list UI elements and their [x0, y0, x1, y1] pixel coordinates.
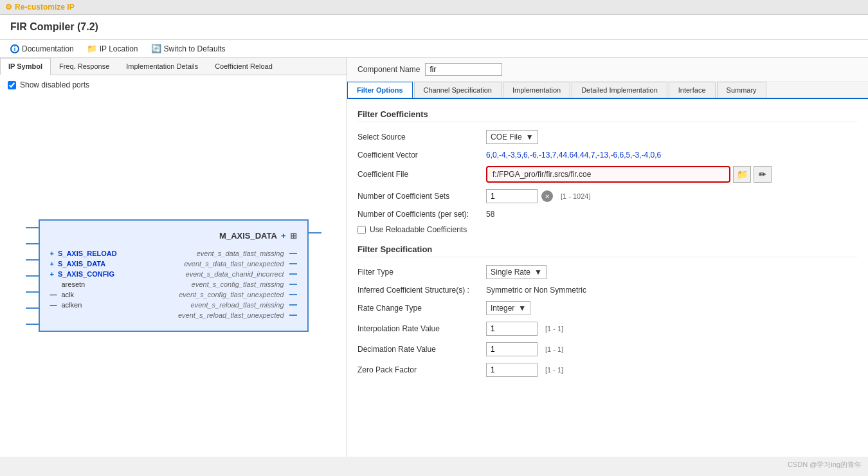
symbol-title: M_AXIS_DATA + ⊞ — [50, 231, 297, 241]
show-ports-row: Show disabled ports — [0, 75, 347, 95]
switch-to-defaults-button[interactable]: 🔄 Switch to Defaults — [151, 44, 226, 53]
filter-type-row: Filter Type Single Rate ▼ — [357, 265, 858, 279]
edit-file-button[interactable]: ✏ — [754, 166, 772, 183]
ip-location-label: IP Location — [100, 44, 138, 53]
num-coefficient-sets-control: ✕ [1 - 1024] — [486, 189, 590, 203]
rate-change-type-control: Integer ▼ — [486, 301, 530, 315]
tab-freq-response[interactable]: Freq. Response — [51, 58, 118, 75]
use-reloadable-checkbox[interactable] — [357, 226, 366, 234]
tab-filter-options[interactable]: Filter Options — [347, 82, 413, 98]
plus-indicator: + — [50, 270, 54, 278]
port-event: event_s_data_tlast_missing — [197, 250, 284, 257]
filter-specification-section: Filter Specification Filter Type Single … — [357, 244, 858, 377]
add-port-icon[interactable]: + — [281, 231, 286, 241]
content-area: IP Symbol Freq. Response Implementation … — [0, 58, 868, 457]
main-title: FIR Compiler (7.2) — [0, 15, 868, 40]
interpolation-rate-label: Interpolation Rate Value — [357, 324, 486, 333]
rate-change-type-dropdown[interactable]: Integer ▼ — [486, 301, 530, 315]
coefficient-vector-label: Coefficient Vector — [357, 151, 486, 160]
show-disabled-ports-checkbox[interactable] — [8, 81, 16, 89]
coefficient-file-row: Coefficient File 📁 ✏ — [357, 166, 858, 183]
rate-change-type-arrow-icon: ▼ — [518, 304, 526, 313]
symbol-area: M_AXIS_DATA + ⊞ + S_AXIS_RELOAD event_s_… — [0, 95, 347, 457]
zero-pack-row: Zero Pack Factor [1 - 1] — [357, 363, 858, 377]
rate-change-type-label: Rate Change Type — [357, 304, 486, 313]
inferred-structure-label: Inferred Coefficient Structure(s) : — [357, 286, 486, 295]
decimation-rate-row: Decimation Rate Value [1 - 1] — [357, 342, 858, 356]
show-disabled-ports-label: Show disabled ports — [20, 80, 89, 89]
num-coefficients-value: 58 — [486, 210, 494, 219]
clear-num-sets-button[interactable]: ✕ — [541, 190, 553, 202]
interpolation-rate-range: [1 - 1] — [545, 325, 563, 333]
right-tabs: Filter Options Channel Specification Imp… — [347, 82, 868, 99]
plus-indicator: + — [50, 250, 54, 257]
tab-implementation-details[interactable]: Implementation Details — [118, 58, 206, 75]
tab-summary[interactable]: Summary — [717, 82, 766, 98]
select-source-control: COE File ▼ — [486, 130, 538, 144]
port-row: event_s_reload_tlast_unexpected — [50, 310, 297, 320]
tab-ip-symbol[interactable]: IP Symbol — [0, 58, 51, 75]
interpolation-rate-input[interactable] — [486, 322, 538, 336]
zero-pack-range: [1 - 1] — [545, 366, 563, 374]
port-row: — aclk event_s_config_tlast_unexpected — [50, 289, 297, 300]
select-source-row: Select Source COE File ▼ — [357, 130, 858, 144]
tab-interface[interactable]: Interface — [669, 82, 716, 98]
inferred-structure-row: Inferred Coefficient Structure(s) : Symm… — [357, 286, 858, 295]
zero-pack-input[interactable] — [486, 363, 538, 377]
port-row: aresetn event_s_config_tlast_missing — [50, 279, 297, 289]
use-reloadable-row: Use Reloadable Coefficients — [357, 225, 858, 234]
ip-location-button[interactable]: 📁 IP Location — [87, 44, 138, 53]
num-coefficients-row: Number of Coefficients (per set): 58 — [357, 210, 858, 219]
folder-icon: 📁 — [87, 44, 97, 53]
port-name: S_AXIS_RELOAD — [58, 250, 117, 257]
rate-change-type-value: Integer — [491, 304, 514, 313]
coefficient-vector-value: 6,0,-4,-3,5,6,-6,-13,7,44,64,44,7,-13,-6… — [486, 151, 661, 160]
port-event: event_s_data_tlast_unexpected — [184, 260, 284, 268]
coefficient-vector-row: Coefficient Vector 6,0,-4,-3,5,6,-6,-13,… — [357, 151, 858, 160]
right-panel: Component Name Filter Options Channel Sp… — [347, 58, 868, 457]
use-reloadable-label: Use Reloadable Coefficients — [370, 225, 467, 234]
documentation-label: Documentation — [22, 44, 74, 53]
info-icon: i — [10, 44, 19, 53]
component-name-input[interactable] — [425, 63, 502, 76]
right-content: Filter Coefficients Select Source COE Fi… — [347, 99, 868, 457]
coefficient-file-input[interactable] — [486, 166, 730, 183]
tab-detailed-implementation[interactable]: Detailed Implementation — [572, 82, 667, 98]
refresh-icon: 🔄 — [151, 44, 161, 53]
app-title: Re-customize IP — [5, 3, 75, 12]
watermark: CSDN @学习ing的青年 — [788, 460, 862, 470]
port-row: — aclken event_s_reload_tlast_missing — [50, 300, 297, 310]
zero-pack-control: [1 - 1] — [486, 363, 563, 377]
browse-file-button[interactable]: 📁 — [733, 166, 751, 183]
interpolation-rate-control: [1 - 1] — [486, 322, 563, 336]
tab-channel-specification[interactable]: Channel Specification — [414, 82, 502, 98]
top-bar: Re-customize IP — [0, 0, 868, 15]
port-event: event_s_data_chanid_incorrect — [186, 270, 284, 278]
decimation-rate-range: [1 - 1] — [545, 345, 563, 353]
inferred-structure-value: Symmetric or Non Symmetric — [486, 286, 586, 295]
documentation-button[interactable]: i Documentation — [10, 44, 74, 53]
port-event: event_s_reload_tlast_missing — [191, 301, 284, 309]
decimation-rate-control: [1 - 1] — [486, 342, 563, 356]
port-row: + S_AXIS_CONFIG event_s_data_chanid_inco… — [50, 269, 297, 279]
tab-implementation[interactable]: Implementation — [503, 82, 570, 98]
ip-symbol-box: M_AXIS_DATA + ⊞ + S_AXIS_RELOAD event_s_… — [39, 219, 309, 332]
toolbar: i Documentation 📁 IP Location 🔄 Switch t… — [0, 40, 868, 58]
tab-coefficient-reload[interactable]: Coefficient Reload — [206, 58, 281, 75]
num-coefficient-sets-input[interactable] — [486, 189, 538, 203]
grid-icon[interactable]: ⊞ — [290, 231, 297, 241]
filter-type-arrow-icon: ▼ — [534, 268, 542, 277]
plus-indicator: + — [50, 260, 54, 268]
port-event: event_s_reload_tlast_unexpected — [178, 311, 284, 319]
num-coefficient-sets-row: Number of Coefficient Sets ✕ [1 - 1024] — [357, 189, 858, 203]
num-coefficients-label: Number of Coefficients (per set): — [357, 210, 486, 219]
num-sets-range: [1 - 1024] — [561, 192, 590, 200]
filter-coefficients-title: Filter Coefficients — [357, 109, 858, 122]
num-coefficient-sets-label: Number of Coefficient Sets — [357, 192, 486, 201]
component-name-row: Component Name — [347, 58, 868, 82]
decimation-rate-input[interactable] — [486, 342, 538, 356]
filter-type-dropdown[interactable]: Single Rate ▼ — [486, 265, 547, 279]
select-source-dropdown[interactable]: COE File ▼ — [486, 130, 538, 144]
interpolation-rate-row: Interpolation Rate Value [1 - 1] — [357, 322, 858, 336]
left-panel: IP Symbol Freq. Response Implementation … — [0, 58, 347, 457]
